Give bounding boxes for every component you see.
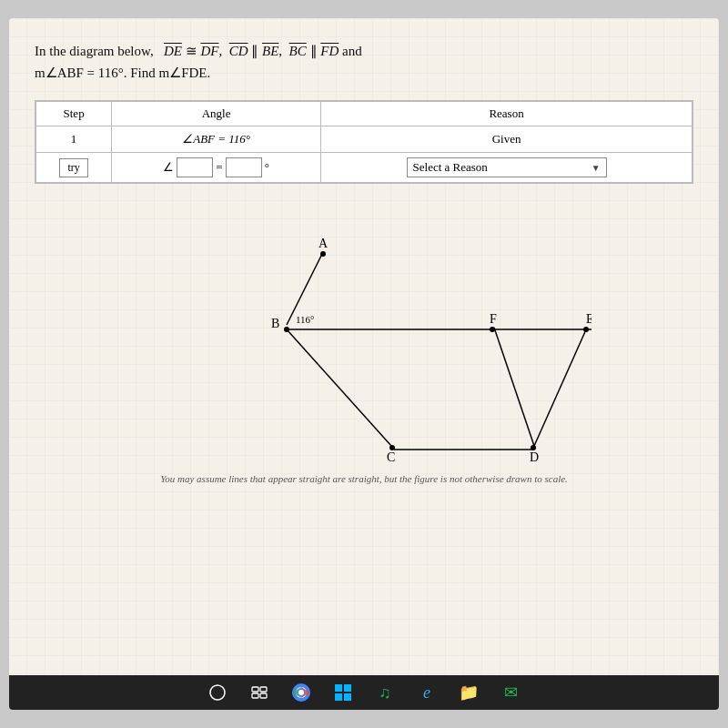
problem-intro: In the diagram below, [35,44,154,58]
step-number: 1 [36,126,112,153]
reason-dropdown-label: Select a Reason [413,160,488,175]
col-angle: Angle [112,102,321,126]
angle-value: ∠ABF = 116° [112,126,321,153]
chrome-icon[interactable] [288,680,314,705]
diagram-area: A B C D F E 116° [35,202,693,466]
point-D [531,445,536,450]
taskview-button[interactable] [247,680,272,705]
angle-symbol: ∠ [163,160,174,175]
svg-line-3 [494,328,534,446]
try-row: try ∠ = ° Select a Reason [36,153,693,183]
point-F [490,327,495,332]
svg-line-5 [534,328,587,446]
angle-116-label: 116° [296,314,315,325]
dropdown-arrow-icon: ▼ [592,163,601,173]
label-B: B [271,317,279,330]
svg-line-1 [287,329,391,446]
problem-text: In the diagram below, DE ≅ DF, CD ∥ BE, … [35,40,693,84]
try-button[interactable]: try [59,158,87,177]
angle-name-input[interactable] [177,157,213,177]
svg-rect-7 [252,687,258,692]
label-A: A [318,237,329,250]
footnote: You may assume lines that appear straigh… [35,473,693,484]
equals-sign: = [216,160,222,175]
label-C: C [387,450,395,464]
col-step: Step [36,102,112,126]
taskbar: ♫ e 📁 ✉ [9,675,719,710]
label-D: D [530,450,539,464]
svg-point-6 [210,685,225,700]
home-button[interactable] [205,680,230,705]
point-E [583,327,589,332]
edge-icon[interactable]: e [414,680,440,705]
label-E: E [586,312,592,326]
reason-dropdown[interactable]: Select a Reason ▼ [407,157,607,177]
mail-icon[interactable]: ✉ [498,680,523,705]
col-reason: Reason [321,102,693,126]
folder-icon[interactable]: 📁 [456,680,481,705]
table-row: 1 ∠ABF = 116° Given [36,126,693,153]
try-cell: try [36,153,112,183]
svg-rect-9 [252,693,258,698]
windows-icon[interactable] [330,680,356,705]
angle-value-input[interactable] [226,157,262,177]
geometry-diagram: A B C D F E 116° [136,202,592,466]
label-F: F [490,312,497,326]
point-B [284,327,289,332]
reason-select-cell: Select a Reason ▼ [321,153,693,183]
spotify-icon[interactable]: ♫ [372,680,398,705]
reason-given: Given [321,126,693,153]
svg-rect-8 [260,687,267,692]
angle-input-group: ∠ = ° [163,157,269,177]
degree-sign: ° [265,160,269,175]
svg-rect-10 [260,693,267,698]
point-A [320,251,326,257]
proof-table: Step Angle Reason 1 ∠ABF = 116° Given tr… [35,100,693,184]
point-C [389,445,395,450]
angle-input-cell: ∠ = ° [112,153,321,183]
svg-point-14 [298,690,304,695]
